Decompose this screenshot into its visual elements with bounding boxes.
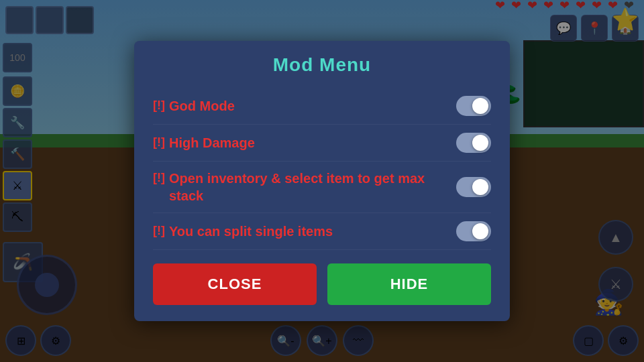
toggle-god-mode[interactable] <box>456 96 491 116</box>
mod-menu-modal: Mod Menu [!] God Mode [!] High Damage <box>134 41 510 321</box>
mod-item-max-stack: [!] Open inventory & select item to get … <box>153 162 491 213</box>
modal-overlay: Mod Menu [!] God Mode [!] High Damage <box>0 0 644 362</box>
toggle-max-stack[interactable] <box>456 177 491 197</box>
modal-buttons: CLOSE HIDE <box>153 263 491 305</box>
text-max-stack: Open inventory & select item to get max … <box>169 170 448 204</box>
toggle-knob-max-stack <box>472 179 488 195</box>
mod-label-split-items: [!] You can split single items <box>153 223 448 240</box>
mod-label-god-mode: [!] God Mode <box>153 97 448 115</box>
mod-label-high-damage: [!] High Damage <box>153 134 448 152</box>
exclaim-split-items: [!] <box>153 224 165 238</box>
mod-item-high-damage: [!] High Damage <box>153 125 491 162</box>
toggle-split-items[interactable] <box>456 221 491 241</box>
exclaim-god-mode: [!] <box>153 99 165 113</box>
mod-label-max-stack: [!] Open inventory & select item to get … <box>153 170 448 204</box>
toggle-knob-god-mode <box>472 98 488 114</box>
exclaim-max-stack: [!] <box>153 171 165 185</box>
toggle-high-damage[interactable] <box>456 133 491 153</box>
toggle-knob-split-items <box>472 223 488 239</box>
text-god-mode: God Mode <box>169 97 235 115</box>
mod-item-god-mode: [!] God Mode <box>153 88 491 125</box>
modal-title: Mod Menu <box>153 54 491 76</box>
hide-button[interactable]: HIDE <box>327 263 491 305</box>
text-split-items: You can split single items <box>169 223 333 240</box>
mod-item-split-items: [!] You can split single items <box>153 213 491 250</box>
exclaim-high-damage: [!] <box>153 135 165 149</box>
text-high-damage: High Damage <box>169 134 255 152</box>
toggle-knob-high-damage <box>472 135 488 151</box>
close-button[interactable]: CLOSE <box>153 263 317 305</box>
